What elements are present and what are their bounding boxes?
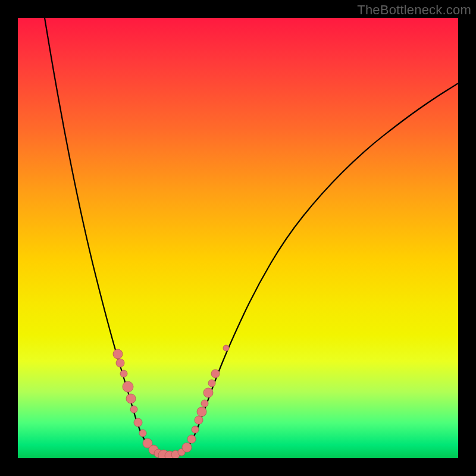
- scatter-dot: [134, 418, 142, 427]
- curve-left-branch: [45, 18, 155, 452]
- scatter-dot: [116, 359, 124, 367]
- scatter-dot: [182, 443, 192, 452]
- scatter-dot: [139, 430, 146, 437]
- scatter-dot: [208, 380, 215, 387]
- scatter-dot: [203, 388, 213, 397]
- scatter-dot: [192, 426, 199, 433]
- scatter-dot: [197, 407, 206, 416]
- scatter-dot: [201, 400, 208, 407]
- scatter-dot: [113, 349, 123, 359]
- watermark-text: TheBottleneck.com: [357, 2, 471, 18]
- scatter-dot: [223, 345, 229, 351]
- scatter-dot: [211, 369, 220, 378]
- curve-right-branch: [184, 83, 458, 452]
- chart-plot-area: [18, 18, 458, 458]
- scatter-dot: [195, 416, 203, 424]
- scatter-dot: [126, 394, 136, 403]
- chart-svg: [18, 18, 458, 458]
- scatter-dot: [123, 381, 133, 392]
- scatter-dots: [113, 345, 229, 458]
- scatter-dot: [120, 370, 127, 377]
- scatter-dot: [130, 406, 137, 413]
- scatter-dot: [187, 435, 196, 443]
